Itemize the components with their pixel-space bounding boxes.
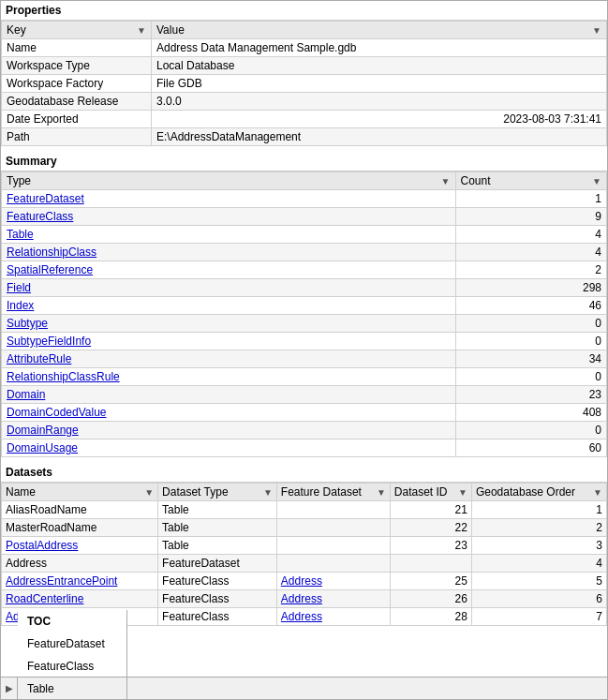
- summary-row: Domain 23: [2, 386, 607, 404]
- summary-type-header[interactable]: Type ▼: [2, 172, 456, 190]
- dataset-fd-cell: [276, 519, 390, 537]
- summary-row: Field 298: [2, 279, 607, 297]
- summary-type-cell[interactable]: RelationshipClassRule: [2, 368, 456, 386]
- type-filter-icon[interactable]: ▼: [441, 176, 451, 186]
- prop-key-cell: Workspace Type: [2, 57, 152, 75]
- summary-type-cell[interactable]: RelationshipClass: [2, 244, 456, 261]
- summary-row: DomainCodedValue 408: [2, 404, 607, 422]
- dataset-fd-cell: Address: [276, 608, 390, 626]
- summary-type-cell[interactable]: FeatureDataset: [2, 190, 456, 208]
- summary-type-cell[interactable]: AttributeRule: [2, 350, 456, 368]
- summary-count-cell: 0: [455, 422, 607, 439]
- summary-row: FeatureClass 9: [2, 208, 607, 226]
- ds-id-header[interactable]: Dataset ID ▼: [390, 484, 471, 501]
- summary-type-link[interactable]: RelationshipClassRule: [7, 370, 120, 383]
- summary-type-cell[interactable]: DomainRange: [2, 422, 456, 439]
- dataset-order-cell: 6: [471, 590, 606, 608]
- dataset-id-cell: 25: [390, 573, 471, 590]
- dataset-name-link[interactable]: RoadCenterline: [6, 592, 83, 605]
- summary-row: Index 46: [2, 297, 607, 315]
- summary-count-cell: 4: [455, 226, 607, 244]
- dataset-name-cell: AddressEntrancePoint: [2, 573, 158, 590]
- summary-type-cell[interactable]: Domain: [2, 386, 456, 404]
- prop-key-cell: Name: [2, 39, 152, 57]
- summary-row: AttributeRule 34: [2, 350, 607, 368]
- ds-order-header[interactable]: Geodatabase Order ▼: [471, 484, 606, 501]
- summary-header: Summary: [1, 152, 607, 171]
- summary-type-cell[interactable]: SpatialReference: [2, 261, 456, 279]
- summary-type-link[interactable]: Table: [7, 228, 34, 241]
- dataset-fd-link[interactable]: Address: [281, 592, 322, 605]
- summary-type-link[interactable]: SpatialReference: [7, 263, 93, 276]
- summary-type-link[interactable]: Domain: [7, 388, 45, 401]
- summary-row: RelationshipClassRule 0: [2, 368, 607, 386]
- dataset-fd-link[interactable]: Address: [281, 610, 322, 623]
- dataset-name-cell: Address: [2, 555, 158, 573]
- dataset-row: RoadCenterline FeatureClass Address 26 6: [2, 590, 607, 608]
- ds-id-filter-icon[interactable]: ▼: [458, 487, 467, 498]
- tab-table[interactable]: Table: [18, 678, 127, 700]
- summary-type-link[interactable]: Field: [7, 281, 31, 294]
- summary-type-link[interactable]: SubtypeFieldInfo: [7, 335, 91, 348]
- prop-row: Path E:\AddressDataManagement: [2, 128, 607, 146]
- dataset-name-link[interactable]: AddressEntrancePoint: [6, 574, 117, 588]
- dataset-order-cell: 5: [471, 573, 606, 590]
- summary-type-cell[interactable]: DomainUsage: [2, 439, 456, 457]
- summary-count-cell: 2: [455, 261, 607, 279]
- key-filter-icon[interactable]: ▼: [137, 25, 146, 36]
- dataset-fd-link[interactable]: Address: [281, 574, 322, 588]
- summary-type-link[interactable]: FeatureDataset: [7, 192, 84, 205]
- ds-type-header[interactable]: Dataset Type ▼: [158, 484, 277, 501]
- tab-scroll-arrow[interactable]: ▶: [1, 678, 18, 700]
- summary-type-cell[interactable]: Field: [2, 279, 456, 297]
- summary-count-header[interactable]: Count ▼: [455, 172, 607, 190]
- ds-order-filter-icon[interactable]: ▼: [593, 487, 602, 498]
- summary-type-link[interactable]: DomainCodedValue: [7, 406, 107, 419]
- ds-feat-filter-icon[interactable]: ▼: [377, 487, 386, 498]
- dataset-name-text: Address: [6, 557, 47, 570]
- summary-type-cell[interactable]: Index: [2, 297, 456, 315]
- dataset-id-cell: 23: [390, 537, 471, 555]
- dataset-order-cell: 1: [471, 501, 606, 519]
- summary-type-cell[interactable]: Table: [2, 226, 456, 244]
- summary-type-cell[interactable]: FeatureClass: [2, 208, 456, 226]
- summary-type-link[interactable]: Index: [7, 299, 34, 312]
- dataset-type-cell: FeatureDataset: [158, 555, 277, 573]
- summary-type-cell[interactable]: DomainCodedValue: [2, 404, 456, 422]
- summary-type-link[interactable]: DomainUsage: [7, 441, 78, 454]
- summary-count-cell: 9: [455, 208, 607, 226]
- count-filter-icon[interactable]: ▼: [592, 176, 601, 186]
- dataset-row: AliasRoadName Table 21 1: [2, 501, 607, 519]
- dataset-id-cell: 21: [390, 501, 471, 519]
- prop-key-cell: Workspace Factory: [2, 75, 152, 93]
- prop-value-cell: E:\AddressDataManagement: [152, 128, 607, 146]
- ds-name-filter-icon[interactable]: ▼: [144, 487, 154, 498]
- prop-value-cell: Address Data Management Sample.gdb: [152, 39, 607, 57]
- summary-count-cell: 1: [455, 190, 607, 208]
- summary-type-cell[interactable]: SubtypeFieldInfo: [2, 333, 456, 350]
- prop-value-cell: 2023-08-03 7:31:41: [152, 111, 607, 128]
- ds-name-header[interactable]: Name ▼: [2, 484, 158, 501]
- dataset-fd-cell: [276, 537, 390, 555]
- dataset-order-cell: 3: [471, 537, 606, 555]
- summary-table: Type ▼ Count ▼ FeatureDataset 1: [1, 171, 607, 457]
- summary-type-link[interactable]: FeatureClass: [7, 210, 73, 223]
- dataset-type-cell: Table: [158, 501, 277, 519]
- summary-row: FeatureDataset 1: [2, 190, 607, 208]
- summary-type-cell[interactable]: Subtype: [2, 315, 456, 333]
- dataset-row: Address FeatureDataset 4: [2, 555, 607, 573]
- summary-type-link[interactable]: Subtype: [7, 317, 48, 330]
- summary-type-link[interactable]: AttributeRule: [7, 352, 71, 365]
- ds-type-filter-icon[interactable]: ▼: [263, 487, 273, 498]
- summary-type-link[interactable]: RelationshipClass: [7, 246, 96, 259]
- tab-featureclass[interactable]: FeatureClass: [18, 655, 127, 678]
- value-filter-icon[interactable]: ▼: [592, 25, 601, 36]
- prop-key-header[interactable]: Key ▼: [2, 22, 152, 39]
- ds-feat-header[interactable]: Feature Dataset ▼: [276, 484, 390, 501]
- summary-type-link[interactable]: DomainRange: [7, 424, 79, 437]
- datasets-table: Name ▼ Dataset Type ▼ Feature Dataset: [1, 483, 607, 626]
- dataset-name-link[interactable]: PostalAddress: [6, 539, 78, 552]
- tab-featuredataset[interactable]: FeatureDataset: [18, 633, 127, 655]
- prop-value-header[interactable]: Value ▼: [152, 22, 607, 39]
- tab-toc[interactable]: TOC: [18, 610, 127, 633]
